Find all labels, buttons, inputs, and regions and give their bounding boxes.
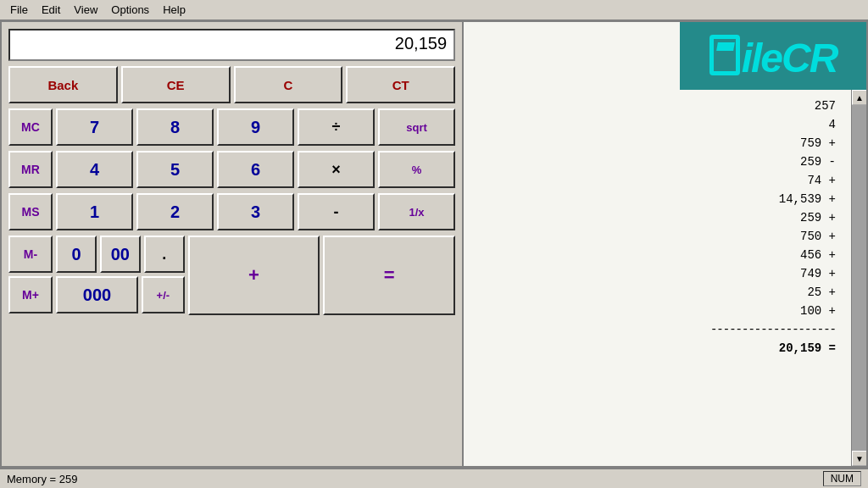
tape-line: 100 + (470, 302, 853, 320)
btn-8[interactable]: 8 (136, 108, 214, 146)
sqrt-button[interactable]: sqrt (378, 108, 455, 146)
plus-button[interactable]: + (188, 236, 320, 315)
mc-button[interactable]: MC (8, 108, 53, 146)
tape-line: 750 + (470, 227, 853, 246)
btn-3[interactable]: 3 (217, 193, 294, 230)
btn-4[interactable]: 4 (56, 151, 133, 188)
equals-button[interactable]: = (323, 236, 455, 315)
btn-2[interactable]: 2 (136, 193, 214, 230)
tape-line: 759 + (470, 134, 853, 152)
multiply-button[interactable]: × (298, 151, 375, 188)
ct-button[interactable]: CT (346, 66, 455, 103)
tape-content: 257 4 759 + 259 - 74 + 14,539 + 259 + 75… (464, 90, 866, 466)
mplus-button[interactable]: M+ (8, 276, 53, 313)
btn-0[interactable]: 0 (56, 236, 97, 273)
row3: MS 1 2 3 - 1/x (8, 193, 455, 230)
btn-dot[interactable]: . (144, 236, 185, 273)
tape-panel: ileCR 257 4 759 + 259 - 74 + 14,539 + 25… (464, 22, 866, 466)
c-button[interactable]: C (234, 66, 343, 103)
tape-scrollbar: ▲ ▼ (851, 90, 866, 466)
btn-7[interactable]: 7 (56, 108, 133, 146)
divide-button[interactable]: ÷ (298, 108, 375, 146)
btn-00[interactable]: 00 (100, 236, 141, 273)
menu-file[interactable]: File (3, 2, 35, 18)
btn-9[interactable]: 9 (217, 108, 294, 146)
scroll-up-button[interactable]: ▲ (852, 90, 866, 105)
scroll-down-button[interactable]: ▼ (852, 451, 866, 466)
tape-line: 456 + (470, 246, 853, 264)
tape-line: 74 + (470, 171, 853, 190)
tape-separator: -------------------- (470, 320, 853, 339)
ms-button[interactable]: MS (8, 193, 53, 230)
btn-6[interactable]: 6 (217, 151, 294, 188)
row2: MR 4 5 6 × % (8, 151, 455, 188)
btn-1[interactable]: 1 (56, 193, 133, 230)
subtract-button[interactable]: - (298, 193, 375, 230)
logo-text: ileCR (709, 31, 837, 81)
bottom-rows: M- M+ 0 00 . 000 +/- + = (8, 236, 455, 315)
back-button[interactable]: Back (8, 66, 118, 103)
tape-total: 20,159 = (470, 339, 853, 358)
menu-bar: File Edit View Options Help (0, 0, 868, 20)
menu-edit[interactable]: Edit (35, 2, 67, 18)
tape-line: 14,539 + (470, 190, 853, 208)
num-indicator: NUM (823, 471, 861, 486)
tape-line: 259 - (470, 152, 853, 171)
status-bar: Memory = 259 NUM (0, 468, 868, 488)
menu-options[interactable]: Options (104, 2, 156, 18)
mminus-button[interactable]: M- (8, 236, 53, 273)
menu-view[interactable]: View (67, 2, 104, 18)
top-button-row: Back CE C CT (8, 66, 455, 103)
tape-line: 257 (470, 97, 853, 115)
scrollbar-track (852, 105, 866, 451)
display: 20,159 (8, 29, 455, 61)
percent-button[interactable]: % (378, 151, 455, 188)
tape-line: 25 + (470, 283, 853, 302)
calculator-panel: 20,159 Back CE C CT MC 7 8 9 ÷ sqrt MR 4… (2, 22, 464, 466)
btn-000[interactable]: 000 (56, 276, 138, 313)
row1: MC 7 8 9 ÷ sqrt (8, 108, 455, 146)
memory-status: Memory = 259 (7, 473, 77, 485)
menu-help[interactable]: Help (156, 2, 192, 18)
main-container: 20,159 Back CE C CT MC 7 8 9 ÷ sqrt MR 4… (0, 20, 868, 468)
tape-line: 4 (470, 115, 853, 134)
mr-button[interactable]: MR (8, 151, 53, 188)
tape-line: 749 + (470, 264, 853, 283)
tape-line: 259 + (470, 208, 853, 227)
ce-button[interactable]: CE (121, 66, 231, 103)
reciprocal-button[interactable]: 1/x (378, 193, 455, 230)
btn-5[interactable]: 5 (136, 151, 214, 188)
logo-overlay: ileCR (680, 22, 866, 90)
plusminus-button[interactable]: +/- (142, 276, 185, 313)
